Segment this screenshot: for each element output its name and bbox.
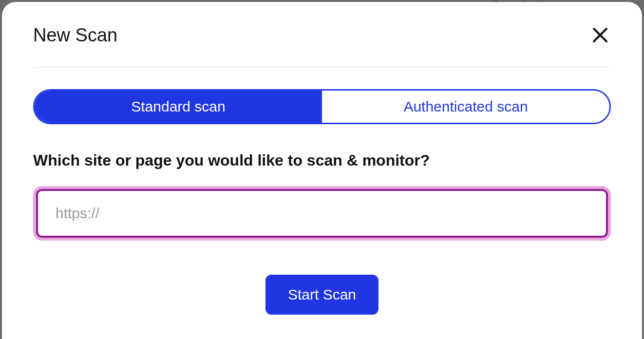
url-input[interactable] xyxy=(36,189,608,238)
start-scan-button[interactable]: Start Scan xyxy=(265,275,379,315)
modal-title: New Scan xyxy=(33,25,117,46)
scan-type-tabs: Standard scan Authenticated scan xyxy=(33,89,611,124)
close-icon xyxy=(592,27,608,43)
modal-header: New Scan xyxy=(33,24,611,68)
tab-standard-scan[interactable]: Standard scan xyxy=(35,91,322,123)
scan-prompt-label: Which site or page you would like to sca… xyxy=(33,151,611,170)
close-button[interactable] xyxy=(589,24,611,46)
tab-authenticated-scan[interactable]: Authenticated scan xyxy=(322,91,609,123)
new-scan-modal: New Scan Standard scan Authenticated sca… xyxy=(2,2,642,339)
modal-actions: Start Scan xyxy=(33,275,611,315)
url-input-highlight xyxy=(33,186,611,241)
